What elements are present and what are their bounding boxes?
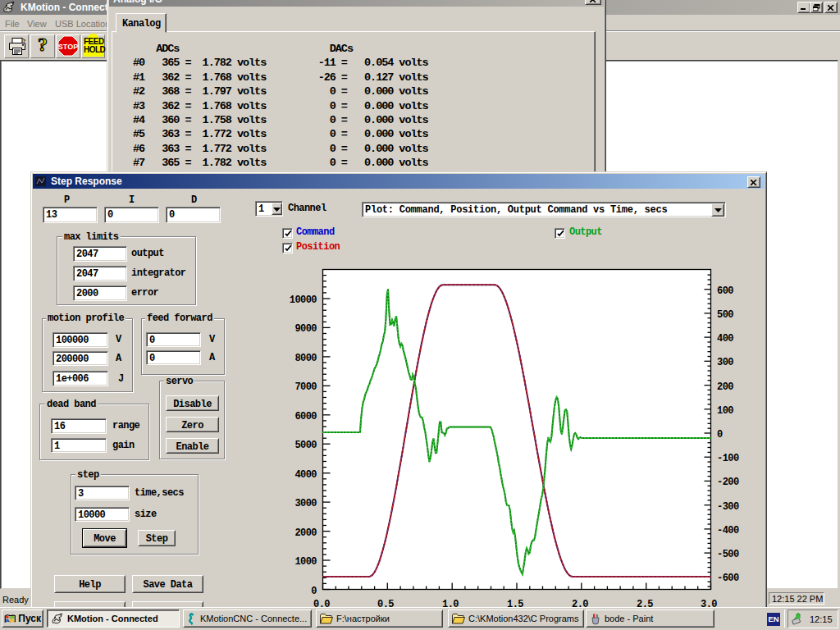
- svg-text:STOP: STOP: [58, 43, 78, 51]
